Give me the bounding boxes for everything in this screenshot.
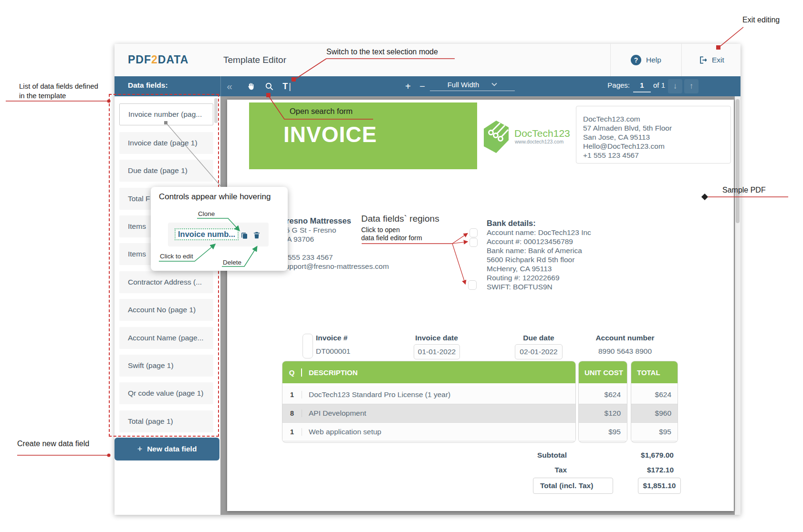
clone-callout-label: Clone [198,210,215,217]
search-icon[interactable] [263,80,275,93]
bank-line: Account #: 000123456789 [487,237,573,246]
customer-line: 45 G St - Fresno [282,226,336,235]
cell-unit-cost: $624 [579,386,627,404]
page-title: Template Editor [223,55,286,65]
toolbar-divider [220,76,221,96]
zoom-in-button[interactable]: + [402,79,414,93]
invoice-no-label: Invoice # [316,334,347,342]
cell-total: $960 [631,404,678,423]
invoice-title: INVOICE [283,122,377,147]
page-up-icon[interactable]: ↑ [684,79,699,93]
region-marker-account-no[interactable] [469,238,478,247]
app-logo: PDF2DATA [128,53,188,66]
annotation-regions-1: Click to open [361,226,400,234]
company-line: +1 555 123 4567 [583,151,639,160]
region-marker-due-date[interactable]: 02-01-2022 [515,344,563,359]
col-header-description: DESCRIPTION [302,368,358,377]
bank-line: 5600 Richpark Rd 5th floor [487,256,574,264]
region-marker-account-name[interactable] [469,228,478,237]
annotation-text-selection: Switch to the text selection mode [326,48,438,56]
cell-unit-cost: $120 [579,404,627,423]
invoice-date-label: Invoice date [408,334,465,342]
annotation-fields-list-2: in the template [19,92,66,100]
customer-line: 1 555 233 4567 [282,253,333,262]
exit-icon[interactable] [699,55,708,65]
customer-name: Fresno Mattresses [282,216,351,225]
chevron-down-icon [491,82,497,86]
account-number-label: Account number [587,334,663,342]
annotation-regions-2: data field editor form [361,234,422,242]
logo-data: DATA [158,53,188,66]
logo-2: 2 [151,53,158,66]
pages-label: Pages: [603,81,630,89]
region-marker-total-value[interactable]: $1,851.10 [638,478,681,494]
cell-total: $624 [631,386,678,404]
due-date-label: Due date [510,334,567,342]
col-header-unit-cost: UNIT COST [579,368,623,377]
plus-icon: + [137,444,143,454]
delete-callout-label: Delete [223,259,241,266]
subtotal-label: Subtotal [471,451,567,460]
cell-unit-cost: $95 [579,423,627,441]
exit-button[interactable]: Exit [712,56,724,64]
annotation-fields-list-1: List of data fields defined [19,82,98,90]
company-line: Hello@DocTech123.com [583,142,665,151]
brand-url: www.doctech123.com [515,139,563,144]
tax-value: $172.10 [602,466,674,474]
page-down-icon[interactable]: ↓ [668,79,682,93]
customer-line: support@fresno-mattresses.com [282,262,389,271]
screenshot-canvas: PDF2DATA Template Editor ? Help Exit Dat… [0,0,803,532]
region-marker-invoice-date[interactable]: 01-01-2022 [414,344,460,359]
region-marker-total[interactable]: Total (incl. Tax) [533,478,613,494]
annotation-sample-pdf: Sample PDF [722,186,766,194]
tooltip-field-chip[interactable]: Invoice numb... [175,228,239,240]
subtotal-value: $1,679.00 [602,451,674,460]
col-header-total: TOTAL [631,368,660,377]
page-number-input[interactable]: 1 [633,79,651,92]
viewer-scrollbar-thumb[interactable] [736,99,740,223]
table-row: 1 Web application setup [282,423,575,441]
table-row: 8 API Development [282,404,575,423]
annotation-exit-editing: Exit editing [742,16,780,24]
region-marker-invoice-number[interactable] [302,334,313,358]
bank-line: SWIFT: BOFTUS9N [487,283,553,291]
bank-line: Bank name: Bank of America [487,246,582,255]
text-selection-mode-icon[interactable]: T| [280,79,294,93]
account-number-value: 8990 5643 8900 [587,347,663,356]
table-row: 1 DocTech123 Standard Pro License (1 yea… [282,386,575,404]
annotation-open-search: Open search form [290,107,353,116]
items-table-region-total[interactable]: TOTAL $624 $960 $95 [631,361,678,443]
col-header-q: Q [282,368,302,377]
exit-section [681,44,741,76]
tooltip-title: Controls appear while hovering [159,192,271,202]
invoice-no-value: DT000001 [316,347,350,356]
region-marker-swift[interactable] [468,280,477,290]
new-data-field-button[interactable]: + New data field [115,438,219,460]
logo-pdf: PDF [128,53,151,66]
help-icon[interactable]: ? [631,55,641,65]
bank-details-title: Bank details: [487,219,536,228]
company-line: San Jose, CA 95113 [583,133,650,142]
tax-label: Tax [471,466,567,474]
items-table-region-description[interactable]: Q DESCRIPTION 1 DocTech123 Standard Pro … [282,361,576,443]
items-table-region-unit-cost[interactable]: UNIT COST $624 $120 $95 [578,361,627,443]
doctech-logo-icon [481,119,511,154]
bank-line: Routing #: 122022669 [487,274,560,282]
pan-hand-icon[interactable] [244,80,257,93]
zoom-out-button[interactable]: − [416,79,428,93]
collapse-sidebar-icon[interactable]: « [223,79,236,93]
zoom-mode-value: Full Width [448,81,480,89]
bank-line: Account name: DocTech123 Inc [487,228,591,237]
pages-total: of 1 [653,81,665,89]
help-button[interactable]: Help [646,56,661,64]
annotation-regions-title: Data fields` regions [361,214,439,224]
edit-callout-label: Click to edit [160,253,193,260]
delete-icon[interactable] [252,231,261,240]
bank-line: McHenry, CA 95113 [487,265,552,273]
data-fields-panel-title: Data fields: [128,81,168,90]
zoom-mode-select[interactable]: Full Width [430,78,515,91]
clone-icon[interactable] [240,231,249,240]
brand-name: DocTech123 [514,128,570,139]
annotation-create-field: Create new data field [17,440,89,448]
cell-total: $95 [631,423,678,441]
